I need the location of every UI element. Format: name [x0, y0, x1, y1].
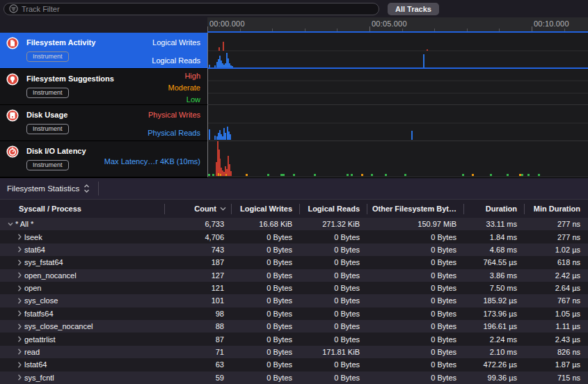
- disclosure-collapsed-icon[interactable]: [15, 246, 24, 253]
- cell-value: 1.05 µs: [555, 310, 580, 318]
- cell-value: 0 Bytes: [334, 258, 360, 266]
- ruler-minor-tick: [434, 29, 435, 31]
- value-cell: 0 Bytes: [232, 333, 300, 345]
- disclosure-collapsed-icon[interactable]: [15, 323, 24, 330]
- track-row-filesystem-suggestions[interactable]: Filesystem SuggestionsInstrumentHighMode…: [0, 69, 588, 105]
- column-header-syscall-process[interactable]: Syscall / Process: [0, 200, 165, 218]
- cell-value: 0 Bytes: [267, 322, 292, 330]
- track-chart[interactable]: [207, 33, 588, 69]
- disclosure-collapsed-icon[interactable]: [15, 374, 24, 381]
- cell-value: 0 Bytes: [334, 374, 360, 382]
- disclosure-collapsed-icon[interactable]: [15, 362, 24, 368]
- value-cell: 150.97 MiB: [367, 218, 464, 230]
- cell-value: 715 ns: [557, 374, 580, 382]
- disclosure-collapsed-icon[interactable]: [15, 310, 24, 317]
- cell-value: 1.87 µs: [555, 360, 580, 369]
- column-header-duration[interactable]: Duration: [464, 200, 525, 218]
- track-chart-plot: [208, 105, 588, 141]
- disclosure-collapsed-icon[interactable]: [15, 336, 24, 342]
- syscall-cell: sys_fcntl: [0, 371, 165, 384]
- disclosure-collapsed-icon[interactable]: [15, 349, 24, 355]
- ruler-time-label: 00:05.000: [372, 19, 407, 28]
- value-cell: 0 Bytes: [367, 371, 464, 384]
- table-row[interactable]: sys_fcntl590 Bytes0 Bytes0 Bytes99.36 µs…: [0, 371, 588, 384]
- disclosure-collapsed-icon[interactable]: [15, 272, 24, 278]
- column-header-logical-writes[interactable]: Logical Writes: [232, 200, 300, 218]
- table-row[interactable]: read710 Bytes171.81 KiB0 Bytes2.10 ms826…: [0, 346, 588, 358]
- ruler-minor-tick: [499, 29, 500, 31]
- table-row[interactable]: stat647430 Bytes0 Bytes0 Bytes4.68 ms1.0…: [0, 243, 588, 256]
- value-cell: 0 Bytes: [300, 358, 367, 371]
- cell-value: 0 Bytes: [334, 335, 360, 344]
- cell-value: 618 ns: [557, 258, 580, 266]
- track-chart-plot: [208, 33, 588, 69]
- track-chart[interactable]: [207, 69, 588, 105]
- track-filter-input[interactable]: [22, 5, 374, 13]
- syscall-name: sys_fcntl: [24, 374, 54, 382]
- cell-value: 2.64 µs: [555, 284, 580, 292]
- disclosure-collapsed-icon[interactable]: [15, 234, 24, 240]
- value-cell: 826 ns: [525, 346, 588, 358]
- value-cell: 0 Bytes: [232, 320, 300, 333]
- cell-value: 271.32 KiB: [322, 220, 360, 228]
- table-row[interactable]: sys_close1010 Bytes0 Bytes0 Bytes185.92 …: [0, 294, 588, 307]
- cell-value: 0 Bytes: [267, 310, 292, 318]
- column-header-logical-reads[interactable]: Logical Reads: [300, 200, 367, 218]
- track-header[interactable]: Disk UsageInstrumentPhysical WritesPhysi…: [0, 105, 207, 141]
- track-header[interactable]: Filesystem SuggestionsInstrumentHighMode…: [0, 69, 207, 105]
- value-cell: 0 Bytes: [300, 282, 367, 294]
- detail-view-selector[interactable]: Filesystem Statistics: [7, 184, 79, 193]
- all-tracks-button[interactable]: All Tracks: [388, 3, 439, 15]
- table-row[interactable]: getattrlist870 Bytes0 Bytes0 Bytes2.24 m…: [0, 333, 588, 345]
- table-row[interactable]: lstat64630 Bytes0 Bytes0 Bytes472.26 µs1…: [0, 358, 588, 371]
- track-name: Disk I/O Latency: [26, 147, 86, 155]
- table-row[interactable]: open_nocancel1270 Bytes0 Bytes0 Bytes3.8…: [0, 269, 588, 282]
- disclosure-collapsed-icon[interactable]: [15, 298, 24, 304]
- column-header-min-duration[interactable]: Min Duration: [525, 200, 588, 218]
- syscall-name: getattrlist: [24, 335, 56, 344]
- table-row[interactable]: fstatfs64980 Bytes0 Bytes0 Bytes173.96 µ…: [0, 307, 588, 320]
- column-header-count[interactable]: Count: [165, 200, 232, 218]
- value-cell: 1.84 ms: [464, 230, 525, 243]
- table-row[interactable]: sys_close_nocancel880 Bytes0 Bytes0 Byte…: [0, 320, 588, 333]
- track-row-disk-i-o-latency[interactable]: Disk I/O LatencyInstrumentMax Latency…r …: [0, 141, 588, 177]
- cell-value: 0 Bytes: [431, 246, 456, 254]
- value-cell: 16.68 KiB: [232, 218, 300, 230]
- instruments-window: All Tracks 00:00.00000:05.00000:10.000 F…: [0, 0, 588, 384]
- table-row[interactable]: sys_fstat641870 Bytes0 Bytes0 Bytes764.5…: [0, 256, 588, 269]
- track-chart[interactable]: [207, 141, 588, 177]
- track-name: Disk Usage: [26, 111, 67, 119]
- value-cell: 0 Bytes: [300, 294, 367, 307]
- value-cell: 0 Bytes: [300, 256, 367, 269]
- value-cell: 0 Bytes: [300, 307, 367, 320]
- syscall-cell: lseek: [0, 230, 165, 243]
- lane-label: Low: [186, 95, 200, 104]
- track-filter-field[interactable]: [3, 3, 379, 15]
- track-row-filesystem-activity[interactable]: Filesystem ActivityInstrumentLogical Wri…: [0, 33, 588, 69]
- track-chart[interactable]: [207, 105, 588, 141]
- disclosure-collapsed-icon[interactable]: [15, 285, 24, 291]
- timeline-ruler[interactable]: 00:00.00000:05.00000:10.000: [207, 17, 588, 33]
- table-row[interactable]: lseek4,7060 Bytes0 Bytes0 Bytes1.84 ms27…: [0, 230, 588, 243]
- ruler-minor-tick: [402, 29, 403, 31]
- disclosure-collapsed-icon[interactable]: [15, 259, 24, 266]
- track-header[interactable]: Filesystem ActivityInstrumentLogical Wri…: [0, 33, 207, 69]
- cell-value: 0 Bytes: [431, 322, 456, 330]
- column-header-other-filesystem-byt-[interactable]: Other Filesystem Byt…: [367, 200, 464, 218]
- column-header-label: Count: [194, 205, 216, 213]
- syscall-cell: sys_close_nocancel: [0, 320, 165, 333]
- disclosure-expanded-icon[interactable]: [6, 221, 15, 227]
- timeline-row: 00:00.00000:05.00000:10.000: [0, 17, 588, 33]
- column-header-label: Logical Reads: [308, 205, 360, 213]
- cell-value: 196.61 µs: [483, 322, 517, 330]
- track-row-disk-usage[interactable]: Disk UsageInstrumentPhysical WritesPhysi…: [0, 105, 588, 141]
- track-header[interactable]: Disk I/O LatencyInstrumentMax Latency…r …: [0, 141, 207, 177]
- table-row[interactable]: * All *6,73316.68 KiB271.32 KiB150.97 Mi…: [0, 218, 588, 230]
- cell-value: 0 Bytes: [267, 348, 292, 356]
- value-cell: 63: [165, 358, 232, 371]
- cell-value: 0 Bytes: [431, 296, 456, 305]
- syscall-name: sys_close: [24, 296, 58, 305]
- value-cell: 0 Bytes: [232, 307, 300, 320]
- table-row[interactable]: open1210 Bytes0 Bytes0 Bytes7.50 ms2.64 …: [0, 282, 588, 294]
- lane-label: Logical Writes: [152, 38, 200, 47]
